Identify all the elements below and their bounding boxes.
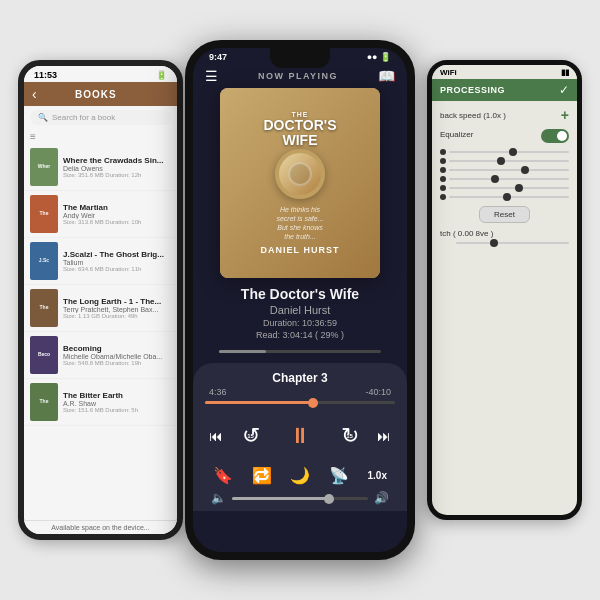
eq-slider-2[interactable] — [440, 158, 569, 164]
eq-track-5[interactable] — [449, 187, 569, 189]
eq-slider-3[interactable] — [440, 167, 569, 173]
list-item[interactable]: The The Martian Andy Weir Size: 313.8 MB… — [24, 191, 177, 238]
album-title-main: DOCTOR'SWIFE — [263, 118, 336, 149]
right-status-bar: WiFi ▮▮ — [432, 65, 577, 79]
volume-track[interactable] — [232, 497, 368, 500]
left-header: ‹ BOOKS — [24, 82, 177, 106]
right-phone: WiFi ▮▮ PROCESSING ✓ back speed (1.0x ) … — [427, 60, 582, 520]
speed-row: back speed (1.0x ) + — [440, 107, 569, 123]
list-item[interactable]: The The Bitter Earth A.R. Shaw Size: 151… — [24, 379, 177, 426]
book-icon[interactable]: 📖 — [378, 68, 395, 84]
eq-track-6[interactable] — [449, 196, 569, 198]
play-pause-button[interactable]: ⏸ — [278, 414, 322, 458]
book-cover-thumb: The — [30, 195, 58, 233]
right-wifi: WiFi — [440, 68, 457, 77]
book-cover-thumb: The — [30, 383, 58, 421]
left-status-bar: 11:53 🔋 — [24, 66, 177, 82]
book-title-item: Becoming — [63, 344, 171, 353]
eq-track-4[interactable] — [449, 178, 569, 180]
list-item[interactable]: J.Sc J.Scalzi - The Ghost Brig... Talium… — [24, 238, 177, 285]
subtitle-1: He thinks his — [280, 206, 320, 213]
list-item[interactable]: The The Long Earth - 1 - The... Terry Pr… — [24, 285, 177, 332]
plus-icon[interactable]: + — [561, 107, 569, 123]
left-time: 11:53 — [34, 70, 57, 80]
filter-icon[interactable]: ≡ — [30, 131, 36, 142]
equalizer-toggle[interactable] — [541, 129, 569, 143]
progress-track — [219, 350, 381, 353]
album-author: DANIEL HURST — [261, 245, 340, 255]
processing-header: PROCESSING ✓ — [432, 79, 577, 101]
back-button[interactable]: ‹ — [32, 86, 37, 102]
eq-section: Equalizer — [440, 129, 569, 200]
eq-dot-2 — [440, 158, 446, 164]
read-label: Read: 3:04:14 ( 29% ) — [241, 330, 359, 340]
overall-progress — [203, 344, 397, 359]
book-cover-thumb: Wher — [30, 148, 58, 186]
eq-dot-6 — [440, 194, 446, 200]
book-title-item: Where the Crawdads Sin... — [63, 156, 171, 165]
player-fill — [205, 401, 310, 404]
eq-slider-6[interactable] — [440, 194, 569, 200]
book-info: The Long Earth - 1 - The... Terry Pratch… — [63, 297, 171, 319]
eq-dot-5 — [440, 185, 446, 191]
bookmark-button[interactable]: 🔖 — [213, 466, 233, 485]
subtitle-4: the truth... — [284, 233, 316, 240]
eq-header-row: Equalizer — [440, 129, 569, 143]
book-info: The Martian Andy Weir Size: 313.8 MB Dur… — [63, 203, 171, 225]
book-cover-section: THE DOCTOR'SWIFE He thinks his secret is… — [193, 88, 407, 359]
check-icon[interactable]: ✓ — [559, 83, 569, 97]
eq-slider-4[interactable] — [440, 176, 569, 182]
book-title-item: The Long Earth - 1 - The... — [63, 297, 171, 306]
volume-row: 🔈 🔊 — [205, 489, 395, 511]
player-track[interactable] — [205, 401, 395, 404]
reset-button[interactable]: Reset — [479, 206, 530, 223]
book-author-item: Talium — [63, 259, 171, 266]
skip-forward-seconds: 15 — [346, 433, 353, 439]
skip-back-seconds: 15 — [247, 433, 254, 439]
pitch-slider[interactable] — [456, 242, 569, 244]
eq-track-3[interactable] — [449, 169, 569, 171]
book-list: Wher Where the Crawdads Sin... Delia Owe… — [24, 144, 177, 426]
progress-fill — [219, 350, 266, 353]
book-title-item: The Bitter Earth — [63, 391, 171, 400]
book-meta-item: Size: 548.8 MB Duration: 19h — [63, 360, 171, 366]
list-item[interactable]: Wher Where the Crawdads Sin... Delia Owe… — [24, 144, 177, 191]
skip-forward-button[interactable]: ↻ 15 — [341, 423, 359, 449]
rewind-button[interactable]: ⏮ — [209, 428, 223, 444]
time-row: 4:36 -40:10 — [205, 387, 395, 397]
speed-button[interactable]: 1.0x — [368, 470, 387, 481]
book-info: The Bitter Earth A.R. Shaw Size: 151.6 M… — [63, 391, 171, 413]
album-ring-decoration — [275, 149, 325, 199]
eq-slider-1[interactable] — [440, 149, 569, 155]
controls-row: ⏮ ↺ 15 ⏸ ↻ 15 ⏭ — [205, 408, 395, 464]
list-item[interactable]: Beco Becoming Michelle Obama/Michelle Ob… — [24, 332, 177, 379]
book-author-item: A.R. Shaw — [63, 400, 171, 407]
airplay-button[interactable]: 📡 — [329, 466, 349, 485]
book-title-item: The Martian — [63, 203, 171, 212]
filter-row: ≡ — [24, 129, 177, 144]
album-art: THE DOCTOR'SWIFE He thinks his secret is… — [220, 88, 380, 278]
book-meta-item: Size: 351.6 MB Duration: 12h — [63, 172, 171, 178]
eq-track-1[interactable] — [449, 151, 569, 153]
volume-fill — [232, 497, 327, 500]
book-cover-thumb: Beco — [30, 336, 58, 374]
vol-high-icon: 🔊 — [374, 491, 389, 505]
book-info: J.Scalzi - The Ghost Brig... Talium Size… — [63, 250, 171, 272]
fast-forward-button[interactable]: ⏭ — [377, 428, 391, 444]
menu-icon[interactable]: ☰ — [205, 68, 218, 84]
eq-track-2[interactable] — [449, 160, 569, 162]
eq-dot-1 — [440, 149, 446, 155]
time-remaining: -40:10 — [365, 387, 391, 397]
play-pause-icon: ⏸ — [289, 423, 311, 449]
chapter-label: Chapter 3 — [205, 371, 395, 385]
pitch-row: tch ( 0.00 8ve ) — [440, 229, 569, 238]
repeat-button[interactable]: 🔁 — [252, 466, 272, 485]
skip-back-button[interactable]: ↺ 15 — [242, 423, 260, 449]
eq-slider-5[interactable] — [440, 185, 569, 191]
moon-button[interactable]: 🌙 — [290, 466, 310, 485]
notch — [270, 48, 330, 68]
book-author-center: Daniel Hurst — [241, 304, 359, 316]
book-cover-thumb: J.Sc — [30, 242, 58, 280]
album-subtitle: He thinks his secret is safe... But she … — [276, 205, 323, 241]
search-bar[interactable]: 🔍 Search for a book — [30, 110, 171, 125]
